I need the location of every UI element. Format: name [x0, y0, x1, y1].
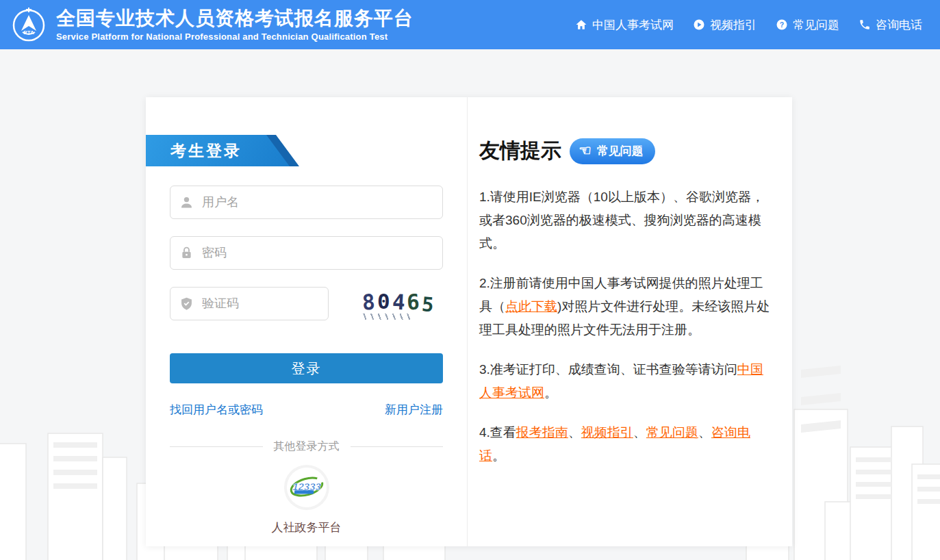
nav-label: 常见问题	[793, 17, 839, 33]
main-card: 考生登录 80465	[146, 97, 792, 546]
play-circle-icon	[693, 18, 705, 31]
site-logo: PTA	[10, 5, 48, 44]
tip-item-3: 3.准考证打印、成绩查询、证书查验等请访问中国人事考试网。	[479, 358, 776, 405]
sso-12333-logo[interactable]: 12333	[284, 465, 329, 510]
tip-link[interactable]: 报考指南	[516, 425, 568, 440]
nav-label: 中国人事考试网	[592, 17, 674, 33]
faq-badge-button[interactable]: ☜ 常见问题	[570, 138, 655, 164]
nav-link-hotline[interactable]: 咨询电话	[859, 17, 922, 33]
home-icon	[575, 18, 587, 31]
nav-label: 咨询电话	[876, 17, 922, 33]
tip-link[interactable]: 点此下载	[505, 299, 557, 314]
login-panel-title: 考生登录	[146, 135, 290, 166]
tip-link[interactable]: 常见问题	[646, 425, 698, 440]
password-input[interactable]	[170, 236, 443, 270]
pointing-hand-icon: ☜	[579, 144, 592, 157]
svg-text:?: ?	[780, 21, 784, 29]
logo-text: PTA	[23, 29, 34, 36]
site-title: 全国专业技术人员资格考试报名服务平台	[56, 8, 414, 29]
app-header: PTA 全国专业技术人员资格考试报名服务平台 Service Platform …	[0, 0, 940, 49]
nav-link-faq[interactable]: ? 常见问题	[776, 17, 839, 33]
nav-link-video-guide[interactable]: 视频指引	[693, 17, 757, 33]
other-login-label: 其他登录方式	[274, 440, 340, 454]
tips-panel: 友情提示 ☜ 常见问题 1.请使用IE浏览器（10以上版本）、谷歌浏览器，或者3…	[468, 97, 792, 546]
user-icon	[179, 195, 194, 209]
tip-link[interactable]: 视频指引	[581, 425, 633, 440]
shield-check-icon	[179, 296, 194, 311]
tip-item-1: 1.请使用IE浏览器（10以上版本）、谷歌浏览器，或者360浏览器的极速模式、搜…	[479, 186, 776, 255]
tip-item-4: 4.查看报考指南、视频指引、常见问题、咨询电话。	[479, 421, 776, 468]
question-circle-icon: ?	[776, 18, 788, 31]
username-input[interactable]	[170, 186, 443, 219]
login-button[interactable]: 登录	[170, 353, 443, 383]
captcha-image[interactable]: 80465	[355, 288, 443, 320]
other-login-divider: 其他登录方式	[170, 440, 443, 454]
nav-link-cpta-site[interactable]: 中国人事考试网	[575, 17, 674, 33]
faq-badge-label: 常见问题	[597, 143, 644, 159]
header-nav: 中国人事考试网 视频指引 ? 常见问题 咨询电话	[575, 17, 922, 33]
login-form: 80465 登录 找回用户名或密码 新用户注册 其他登录方式 12333	[146, 186, 467, 535]
forgot-credentials-link[interactable]: 找回用户名或密码	[170, 402, 263, 418]
site-title-block: 全国专业技术人员资格考试报名服务平台 Service Platform for …	[56, 8, 414, 42]
nav-label: 视频指引	[710, 17, 757, 33]
register-link[interactable]: 新用户注册	[385, 402, 443, 418]
sso-logo-text: 12333	[292, 481, 321, 492]
lock-icon	[179, 246, 194, 260]
tip-item-2: 2.注册前请使用中国人事考试网提供的照片处理工具（点此下载)对照片文件进行处理。…	[479, 272, 776, 342]
sso-section: 12333 人社政务平台	[170, 465, 443, 535]
sso-platform-label: 人社政务平台	[170, 520, 443, 535]
phone-icon	[859, 18, 871, 31]
tips-title: 友情提示	[479, 137, 561, 165]
login-panel: 考生登录 80465	[146, 97, 468, 546]
site-subtitle: Service Platform for National Profession…	[56, 31, 414, 42]
